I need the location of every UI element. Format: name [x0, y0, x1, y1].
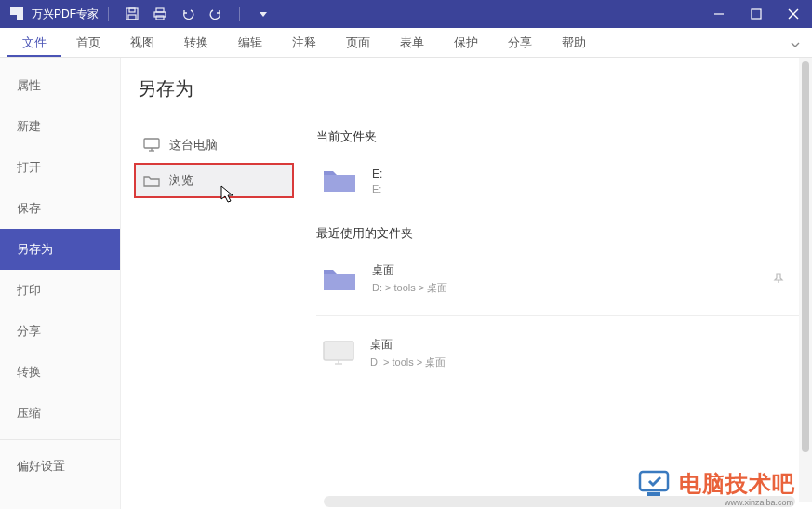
divider — [0, 439, 120, 440]
separator — [239, 7, 240, 21]
file-sidebar: 属性 新建 打开 保存 另存为 打印 分享 转换 压缩 偏好设置 — [0, 58, 121, 509]
location-label: 这台电脑 — [169, 137, 218, 154]
pin-icon[interactable] — [773, 271, 784, 288]
menu-help[interactable]: 帮助 — [547, 29, 601, 57]
menu-form[interactable]: 表单 — [385, 29, 439, 57]
print-icon[interactable] — [152, 6, 168, 22]
recent-folder-title: 最近使用的文件夹 — [316, 225, 803, 242]
current-folder-title: 当前文件夹 — [316, 128, 803, 145]
folder-icon — [322, 166, 357, 195]
maximize-button[interactable] — [738, 0, 775, 28]
divider — [316, 315, 803, 316]
recent-folder-row[interactable]: 桌面 D: > tools > 桌面 — [316, 253, 803, 304]
dropdown-icon[interactable] — [255, 6, 272, 22]
fs-saveas[interactable]: 另存为 — [0, 229, 120, 270]
fs-save[interactable]: 保存 — [0, 188, 120, 229]
menu-share[interactable]: 分享 — [493, 29, 547, 57]
svg-rect-16 — [324, 342, 353, 360]
vertical-scrollbar[interactable] — [799, 58, 812, 502]
current-folder-row[interactable]: E: E: — [316, 156, 803, 205]
redo-icon[interactable] — [207, 6, 224, 22]
fs-new[interactable]: 新建 — [0, 106, 120, 147]
separator — [108, 7, 109, 21]
fs-convert[interactable]: 转换 — [0, 352, 120, 393]
fs-properties[interactable]: 属性 — [0, 65, 120, 106]
folder-outline-icon — [143, 174, 160, 188]
content: 另存为 这台电脑 浏览 当前文件夹 E: — [121, 58, 812, 509]
folder-path: E: — [372, 183, 382, 194]
menu-view[interactable]: 视图 — [115, 29, 169, 57]
scrollbar-thumb[interactable] — [802, 61, 809, 452]
folder-name: 桌面 — [372, 262, 447, 278]
title-bar: 万兴PDF专家 — [0, 0, 812, 28]
monitor-icon — [143, 138, 160, 153]
saveas-right: 当前文件夹 E: E: 最近使用的文件夹 桌面 D: > tools > 桌面 — [307, 58, 812, 509]
main-area: 属性 新建 打开 保存 另存为 打印 分享 转换 压缩 偏好设置 另存为 这台电… — [0, 58, 812, 509]
location-browse[interactable]: 浏览 — [134, 163, 294, 198]
svg-rect-3 — [129, 8, 135, 12]
app-logo-icon — [7, 5, 26, 23]
menu-page[interactable]: 页面 — [331, 29, 385, 57]
svg-rect-4 — [128, 15, 136, 20]
menu-home[interactable]: 首页 — [61, 29, 115, 57]
svg-rect-9 — [752, 9, 761, 19]
fs-compress[interactable]: 压缩 — [0, 393, 120, 434]
page-title: 另存为 — [138, 76, 294, 101]
menu-file[interactable]: 文件 — [7, 29, 61, 57]
svg-rect-1 — [10, 15, 17, 20]
svg-rect-12 — [144, 139, 159, 148]
minimize-button[interactable] — [700, 0, 738, 28]
undo-icon[interactable] — [180, 6, 196, 22]
folder-path: D: > tools > 桌面 — [372, 281, 447, 295]
app-title: 万兴PDF专家 — [32, 7, 99, 22]
location-this-pc[interactable]: 这台电脑 — [134, 127, 294, 163]
folder-path: D: > tools > 桌面 — [370, 355, 446, 369]
svg-rect-5 — [156, 8, 164, 12]
menu-comment[interactable]: 注释 — [277, 29, 331, 57]
menu-edit[interactable]: 编辑 — [223, 29, 277, 57]
folder-name: E: — [372, 167, 382, 181]
location-label: 浏览 — [169, 172, 193, 189]
menu-bar: 文件 首页 视图 转换 编辑 注释 页面 表单 保护 分享 帮助 — [0, 28, 812, 58]
watermark-sub: www.xinzaiba.com — [725, 498, 793, 507]
folder-icon — [322, 264, 357, 294]
save-icon[interactable] — [124, 6, 140, 22]
fs-print[interactable]: 打印 — [0, 270, 120, 311]
menu-convert[interactable]: 转换 — [169, 29, 223, 57]
fs-open[interactable]: 打开 — [0, 147, 120, 188]
folder-name: 桌面 — [370, 337, 446, 353]
close-button[interactable] — [775, 0, 812, 28]
saveas-left: 另存为 这台电脑 浏览 — [121, 58, 307, 509]
fs-share[interactable]: 分享 — [0, 311, 120, 352]
chevron-down-icon[interactable] — [790, 37, 801, 54]
monitor-icon — [322, 340, 355, 368]
fs-preferences[interactable]: 偏好设置 — [0, 446, 120, 487]
menu-protect[interactable]: 保护 — [439, 29, 493, 57]
recent-folder-row[interactable]: 桌面 D: > tools > 桌面 — [316, 328, 803, 379]
